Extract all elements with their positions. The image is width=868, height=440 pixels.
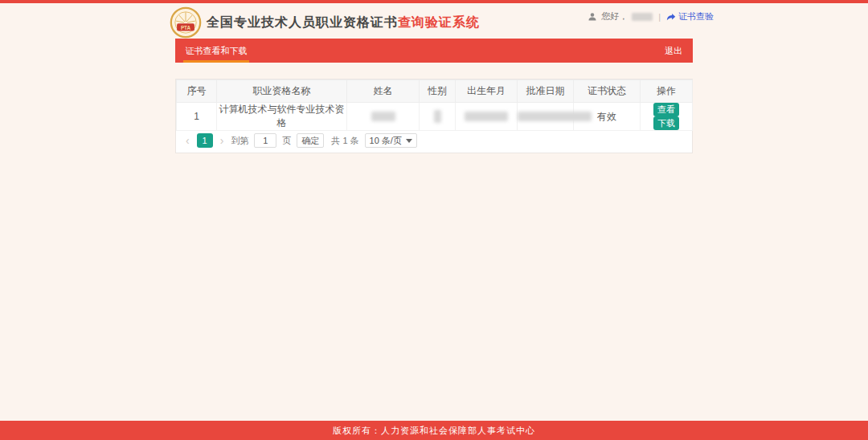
certificate-card: 序号 职业资格名称 姓名 性别 出生年月 批准日期 证书状态 操作 1 计算机技… xyxy=(175,79,693,153)
tab-view-and-download[interactable]: 证书查看和下载 xyxy=(183,39,249,63)
total-count-label: 共 1 条 xyxy=(331,135,358,147)
page-unit-label: 页 xyxy=(282,135,291,147)
page-title-main: 全国专业技术人员职业资格证书 xyxy=(207,15,398,29)
brand: PTA 全国专业技术人员职业资格证书查询验证系统 xyxy=(170,6,480,39)
column-header-qualification: 职业资格名称 xyxy=(217,80,347,103)
column-header-status: 证书状态 xyxy=(574,80,641,103)
tab-label: 证书查看和下载 xyxy=(186,46,248,55)
cell-qualification: 计算机技术与软件专业技术资格 xyxy=(217,103,347,131)
logo-text: PTA xyxy=(181,25,191,31)
verify-link-label: 证书查验 xyxy=(678,10,714,22)
redacted-approval-date xyxy=(518,112,592,121)
cell-actions: 查看下载 xyxy=(641,103,693,131)
user-icon xyxy=(588,12,597,22)
column-header-actions: 操作 xyxy=(641,80,693,103)
redacted-birthdate xyxy=(465,112,508,121)
copyright-text: 版权所有：人力资源和社会保障部人事考试中心 xyxy=(333,426,535,435)
page-title-accent: 查询验证系统 xyxy=(398,15,480,29)
table-row: 1 计算机技术与软件专业技术资格 有效 查看下载 xyxy=(177,103,693,131)
page-size-select[interactable]: 10 条/页 xyxy=(365,133,417,148)
download-button[interactable]: 下载 xyxy=(653,116,679,130)
chevron-down-icon xyxy=(406,139,412,143)
page-title: 全国专业技术人员职业资格证书查询验证系统 xyxy=(207,14,480,31)
column-header-birthdate: 出生年月 xyxy=(456,80,518,103)
redacted-name xyxy=(371,112,395,121)
certificate-table: 序号 职业资格名称 姓名 性别 出生年月 批准日期 证书状态 操作 1 计算机技… xyxy=(176,79,693,131)
cell-birthdate xyxy=(456,103,518,131)
logout-button[interactable]: 退出 xyxy=(665,39,682,63)
certificate-verify-link[interactable]: 证书查验 xyxy=(666,10,714,22)
cell-gender xyxy=(420,103,456,131)
redacted-gender xyxy=(434,110,441,123)
greeting-text: 您好， xyxy=(601,10,628,22)
page-footer: 版权所有：人力资源和社会保障部人事考试中心 xyxy=(0,421,868,440)
nav-bar: 证书查看和下载 退出 xyxy=(175,39,693,63)
page-header: PTA 全国专业技术人员职业资格证书查询验证系统 您好， | 证书查验 xyxy=(0,3,868,40)
goto-label: 到第 xyxy=(231,135,248,147)
current-page-button[interactable]: 1 xyxy=(197,133,213,148)
next-page-button[interactable]: › xyxy=(219,133,226,148)
user-bar: 您好， | 证书查验 xyxy=(588,10,714,22)
confirm-button[interactable]: 确定 xyxy=(297,133,324,148)
view-button[interactable]: 查看 xyxy=(653,103,679,116)
goto-page-input[interactable] xyxy=(254,133,276,148)
active-tab-indicator xyxy=(183,60,249,63)
redacted-username xyxy=(632,13,653,21)
column-header-gender: 性别 xyxy=(420,80,456,103)
pagination: ‹ 1 › 到第 页 确定 共 1 条 10 条/页 xyxy=(176,131,692,153)
column-header-name: 姓名 xyxy=(347,80,420,103)
pta-logo-icon: PTA xyxy=(170,6,202,39)
column-header-index: 序号 xyxy=(177,80,217,103)
column-header-approval-date: 批准日期 xyxy=(518,80,574,103)
cell-approval-date xyxy=(518,103,574,131)
separator: | xyxy=(658,12,661,22)
cell-index: 1 xyxy=(177,103,217,131)
share-arrow-icon xyxy=(666,12,676,22)
prev-page-button[interactable]: ‹ xyxy=(184,133,191,148)
page-size-value: 10 条/页 xyxy=(370,135,402,147)
cell-name xyxy=(347,103,420,131)
table-header-row: 序号 职业资格名称 姓名 性别 出生年月 批准日期 证书状态 操作 xyxy=(177,80,693,103)
